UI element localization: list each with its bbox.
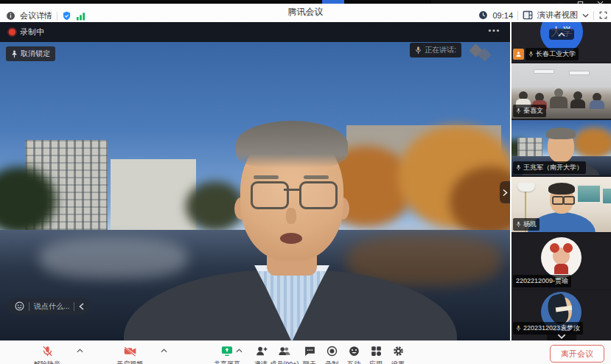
share-screen-label: 共享屏幕 [214, 360, 240, 364]
info-icon[interactable] [6, 11, 15, 21]
share-screen-icon [220, 345, 234, 357]
glasses-lens [299, 181, 338, 209]
titlebar-right-group: 09:14 演讲者视图 [478, 10, 608, 21]
stage-top-overlay: 录制中 [0, 22, 510, 42]
glasses-lens [251, 181, 289, 209]
unpin-label: 取消锁定 [21, 49, 50, 59]
divider [29, 302, 29, 311]
view-mode-selector[interactable]: 演讲者视图 [537, 10, 578, 21]
speaker-hair [236, 121, 348, 168]
lamp-shade [517, 183, 535, 192]
participant-tile[interactable]: 王兆军（南开大学） [512, 120, 611, 175]
autumn-tree [573, 127, 611, 158]
divider [517, 11, 518, 20]
start-video-label: 开启视频 [116, 360, 143, 364]
shield-check-icon[interactable] [62, 11, 71, 21]
eyebrow [304, 175, 329, 179]
network-signal-icon[interactable] [76, 12, 85, 21]
clock-icon [478, 10, 488, 20]
chevron-right-icon [503, 189, 508, 197]
participant-name: 杨凯 [523, 220, 537, 229]
sidebar-toggle-handle[interactable] [500, 181, 510, 203]
participant-name: 王兆军（南开大学） [523, 163, 583, 172]
meeting-details-link[interactable]: 会议详情 [20, 10, 52, 21]
settings-label: 设置 [391, 360, 405, 364]
meeting-toolbar: 解除静音 开启视频 共享屏幕 [0, 340, 611, 364]
mic-icon [528, 51, 534, 57]
sidebar-collapse-down-button[interactable] [547, 331, 576, 340]
participant-tile[interactable]: 秦喜文 [512, 63, 611, 119]
chevron-up-icon [558, 32, 565, 37]
divider [593, 11, 594, 20]
settings-button[interactable]: 设置 [377, 345, 419, 364]
participant-tile[interactable]: 2202312023袁梦汝 [512, 290, 611, 340]
student-body [570, 99, 585, 108]
active-speaker-indicator: 正在讲话: [410, 43, 461, 57]
wall-picture [576, 184, 601, 203]
participant-tile[interactable]: 杨凯 [512, 177, 611, 232]
recording-status-label: 录制中 [20, 27, 44, 38]
ceiling-light [534, 69, 554, 74]
video-options-chevron-icon[interactable] [161, 349, 167, 353]
chat-input-placeholder[interactable]: 说点什么... [34, 301, 69, 312]
mouth [280, 233, 302, 244]
gear-icon [392, 345, 405, 357]
mic-icon [415, 46, 422, 55]
quick-chat-bar[interactable]: 说点什么... [8, 298, 91, 315]
glasses-bridge [284, 189, 300, 191]
tencent-meeting-window: 腾讯会议 会议详情 09:14 演讲者视图 [0, 0, 611, 364]
speaker-hair [546, 127, 576, 139]
nose [286, 208, 296, 224]
participant-name: 2202212009-贾瑜 [516, 276, 568, 286]
meeting-duration: 09:14 [492, 11, 513, 20]
student-body [550, 97, 568, 108]
glasses-lens [552, 196, 564, 205]
unmute-label: 解除静音 [34, 360, 60, 364]
audio-options-chevron-icon[interactable] [77, 349, 83, 353]
pin-icon [11, 50, 18, 58]
avatar-body [554, 264, 568, 274]
mic-icon [516, 164, 521, 171]
participant-tile[interactable]: 大学 长春工业大学 [512, 22, 611, 62]
participant-name: 秦喜文 [523, 106, 543, 116]
chevron-down-icon [557, 334, 566, 339]
student-body [590, 100, 604, 109]
speaker-person [0, 22, 510, 340]
ceiling-light [569, 71, 590, 75]
titlebar: 腾讯会议 会议详情 09:14 演讲者视图 [0, 4, 611, 23]
eyebrow [254, 175, 279, 179]
titlebar-left-group: 会议详情 [6, 10, 85, 21]
mic-icon [516, 108, 521, 114]
participants-sidebar: 大学 长春工业大学 [512, 22, 611, 340]
glasses-lens [563, 196, 575, 205]
emoji-icon[interactable] [15, 301, 24, 311]
speaking-label: 正在讲话: [425, 45, 456, 55]
wall-picture [601, 187, 611, 205]
avatar-hair [550, 243, 559, 253]
main-speaker-video[interactable]: 录制中 取消锁定 正在讲话: 说点什么... [0, 22, 510, 340]
unmute-button[interactable]: 解除静音 [27, 345, 68, 364]
more-options-icon[interactable] [488, 29, 500, 32]
chevron-left-icon[interactable] [79, 303, 84, 310]
start-video-button[interactable]: 开启视频 [109, 345, 150, 364]
sidebar-collapse-up-button[interactable] [549, 29, 574, 40]
participant-hair [548, 183, 575, 195]
mic-icon [516, 221, 521, 228]
avatar [541, 237, 582, 278]
avatar-hair [563, 243, 573, 253]
recording-indicator-icon [9, 29, 15, 35]
divider [57, 12, 57, 21]
camera-muted-icon [123, 345, 137, 357]
speaker-view-icon[interactable] [523, 10, 533, 20]
campus-building [517, 138, 542, 158]
fullscreen-icon[interactable] [598, 10, 608, 20]
participant-tile[interactable]: 2202212009-贾瑜 [512, 234, 611, 289]
mic-muted-icon [41, 345, 54, 357]
mic-icon [516, 325, 521, 332]
participant-name: 长春工业大学 [536, 49, 576, 59]
unpin-button[interactable]: 取消锁定 [6, 46, 55, 61]
hand-raised-icon [513, 49, 524, 60]
chevron-down-icon[interactable] [582, 13, 589, 18]
leave-meeting-label: 离开会议 [561, 349, 593, 360]
leave-meeting-button[interactable]: 离开会议 [550, 345, 604, 363]
